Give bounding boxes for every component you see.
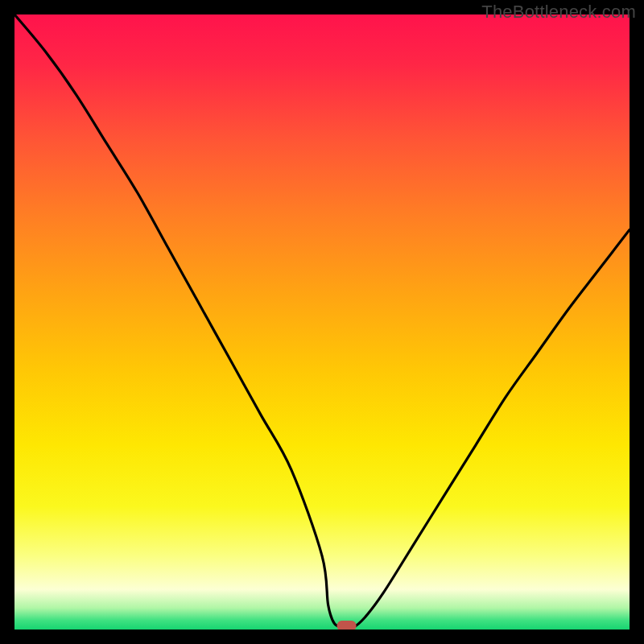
chart-frame: TheBottleneck.com [0, 0, 644, 644]
watermark-label: TheBottleneck.com [481, 2, 636, 23]
plot-background [14, 14, 630, 630]
chart-svg [14, 14, 630, 630]
optimal-point-marker [337, 621, 357, 630]
